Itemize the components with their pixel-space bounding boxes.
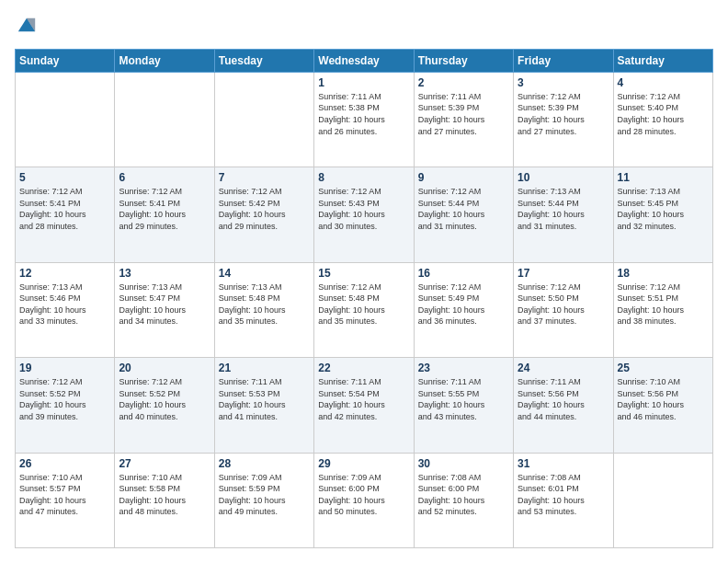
day-number: 22 [318, 362, 409, 374]
calendar: SundayMondayTuesdayWednesdayThursdayFrid… [15, 49, 713, 548]
day-number: 13 [119, 267, 210, 280]
day-number: 5 [19, 171, 110, 184]
calendar-cell: 17Sunrise: 7:12 AM Sunset: 5:50 PM Dayli… [514, 262, 613, 357]
day-number: 30 [418, 457, 509, 470]
day-info: Sunrise: 7:10 AM Sunset: 5:58 PM Dayligh… [119, 472, 210, 518]
calendar-week-row: 12Sunrise: 7:13 AM Sunset: 5:46 PM Dayli… [16, 262, 713, 357]
calendar-cell: 22Sunrise: 7:11 AM Sunset: 5:54 PM Dayli… [314, 358, 414, 453]
day-info: Sunrise: 7:12 AM Sunset: 5:52 PM Dayligh… [119, 376, 210, 422]
calendar-cell: 12Sunrise: 7:13 AM Sunset: 5:46 PM Dayli… [16, 262, 115, 357]
calendar-cell: 13Sunrise: 7:13 AM Sunset: 5:47 PM Dayli… [115, 262, 214, 357]
day-number: 31 [518, 457, 609, 470]
calendar-cell: 19Sunrise: 7:12 AM Sunset: 5:52 PM Dayli… [16, 358, 115, 453]
day-info: Sunrise: 7:11 AM Sunset: 5:56 PM Dayligh… [518, 376, 609, 422]
day-info: Sunrise: 7:11 AM Sunset: 5:55 PM Dayligh… [418, 376, 509, 422]
day-number: 18 [618, 267, 709, 280]
calendar-header-friday: Friday [514, 49, 613, 72]
day-number: 14 [219, 267, 310, 280]
calendar-week-row: 1Sunrise: 7:11 AM Sunset: 5:38 PM Daylig… [16, 72, 713, 167]
day-number: 3 [518, 76, 609, 89]
day-info: Sunrise: 7:13 AM Sunset: 5:47 PM Dayligh… [119, 282, 210, 327]
day-info: Sunrise: 7:09 AM Sunset: 5:59 PM Dayligh… [219, 472, 310, 518]
calendar-cell: 2Sunrise: 7:11 AM Sunset: 5:39 PM Daylig… [414, 72, 513, 167]
calendar-header-sunday: Sunday [16, 49, 115, 72]
day-number: 28 [219, 457, 310, 470]
day-info: Sunrise: 7:12 AM Sunset: 5:44 PM Dayligh… [418, 186, 509, 232]
calendar-cell [16, 72, 115, 167]
calendar-cell: 6Sunrise: 7:12 AM Sunset: 5:41 PM Daylig… [115, 167, 214, 262]
day-info: Sunrise: 7:13 AM Sunset: 5:44 PM Dayligh… [518, 186, 609, 232]
logo [15, 15, 37, 40]
calendar-cell: 11Sunrise: 7:13 AM Sunset: 5:45 PM Dayli… [613, 167, 712, 262]
calendar-week-row: 26Sunrise: 7:10 AM Sunset: 5:57 PM Dayli… [16, 453, 713, 547]
day-number: 19 [19, 362, 110, 374]
calendar-cell [214, 72, 313, 167]
day-number: 4 [618, 76, 709, 89]
day-number: 21 [219, 362, 310, 374]
day-info: Sunrise: 7:12 AM Sunset: 5:39 PM Dayligh… [518, 91, 609, 137]
day-number: 11 [618, 171, 709, 184]
day-number: 6 [119, 171, 210, 184]
day-info: Sunrise: 7:11 AM Sunset: 5:53 PM Dayligh… [219, 376, 310, 422]
calendar-cell: 28Sunrise: 7:09 AM Sunset: 5:59 PM Dayli… [214, 453, 313, 547]
calendar-cell: 26Sunrise: 7:10 AM Sunset: 5:57 PM Dayli… [16, 453, 115, 547]
day-number: 12 [19, 267, 110, 280]
day-info: Sunrise: 7:12 AM Sunset: 5:43 PM Dayligh… [318, 186, 409, 232]
calendar-header-tuesday: Tuesday [214, 49, 313, 72]
day-number: 1 [318, 76, 409, 89]
calendar-week-row: 5Sunrise: 7:12 AM Sunset: 5:41 PM Daylig… [16, 167, 713, 262]
calendar-cell: 30Sunrise: 7:08 AM Sunset: 6:00 PM Dayli… [414, 453, 513, 547]
day-number: 9 [418, 171, 509, 184]
day-info: Sunrise: 7:10 AM Sunset: 5:56 PM Dayligh… [618, 376, 709, 422]
calendar-header-monday: Monday [115, 49, 214, 72]
day-number: 10 [518, 171, 609, 184]
day-info: Sunrise: 7:12 AM Sunset: 5:52 PM Dayligh… [19, 376, 110, 422]
calendar-cell: 27Sunrise: 7:10 AM Sunset: 5:58 PM Dayli… [115, 453, 214, 547]
day-info: Sunrise: 7:09 AM Sunset: 6:00 PM Dayligh… [318, 472, 409, 518]
calendar-cell: 24Sunrise: 7:11 AM Sunset: 5:56 PM Dayli… [514, 358, 613, 453]
calendar-cell: 20Sunrise: 7:12 AM Sunset: 5:52 PM Dayli… [115, 358, 214, 453]
day-number: 8 [318, 171, 409, 184]
logo-icon [17, 15, 37, 35]
day-number: 16 [418, 267, 509, 280]
day-number: 20 [119, 362, 210, 374]
day-number: 27 [119, 457, 210, 470]
calendar-cell: 4Sunrise: 7:12 AM Sunset: 5:40 PM Daylig… [613, 72, 712, 167]
day-number: 23 [418, 362, 509, 374]
day-info: Sunrise: 7:12 AM Sunset: 5:49 PM Dayligh… [418, 282, 509, 327]
calendar-cell: 9Sunrise: 7:12 AM Sunset: 5:44 PM Daylig… [414, 167, 513, 262]
day-info: Sunrise: 7:08 AM Sunset: 6:00 PM Dayligh… [418, 472, 509, 518]
calendar-cell [115, 72, 214, 167]
day-info: Sunrise: 7:12 AM Sunset: 5:42 PM Dayligh… [219, 186, 310, 232]
calendar-cell: 15Sunrise: 7:12 AM Sunset: 5:48 PM Dayli… [314, 262, 414, 357]
day-info: Sunrise: 7:12 AM Sunset: 5:51 PM Dayligh… [618, 282, 709, 327]
calendar-cell: 5Sunrise: 7:12 AM Sunset: 5:41 PM Daylig… [16, 167, 115, 262]
calendar-cell: 1Sunrise: 7:11 AM Sunset: 5:38 PM Daylig… [314, 72, 414, 167]
day-number: 7 [219, 171, 310, 184]
header [15, 15, 713, 40]
day-number: 17 [518, 267, 609, 280]
calendar-cell: 16Sunrise: 7:12 AM Sunset: 5:49 PM Dayli… [414, 262, 513, 357]
day-info: Sunrise: 7:12 AM Sunset: 5:40 PM Dayligh… [618, 91, 709, 137]
day-info: Sunrise: 7:12 AM Sunset: 5:48 PM Dayligh… [318, 282, 409, 327]
calendar-header-saturday: Saturday [613, 49, 712, 72]
day-info: Sunrise: 7:08 AM Sunset: 6:01 PM Dayligh… [518, 472, 609, 518]
calendar-cell: 21Sunrise: 7:11 AM Sunset: 5:53 PM Dayli… [214, 358, 313, 453]
calendar-cell: 18Sunrise: 7:12 AM Sunset: 5:51 PM Dayli… [613, 262, 712, 357]
calendar-cell: 29Sunrise: 7:09 AM Sunset: 6:00 PM Dayli… [314, 453, 414, 547]
day-info: Sunrise: 7:12 AM Sunset: 5:50 PM Dayligh… [518, 282, 609, 327]
day-number: 24 [518, 362, 609, 374]
calendar-cell: 25Sunrise: 7:10 AM Sunset: 5:56 PM Dayli… [613, 358, 712, 453]
day-info: Sunrise: 7:12 AM Sunset: 5:41 PM Dayligh… [119, 186, 210, 232]
calendar-cell: 14Sunrise: 7:13 AM Sunset: 5:48 PM Dayli… [214, 262, 313, 357]
calendar-cell: 10Sunrise: 7:13 AM Sunset: 5:44 PM Dayli… [514, 167, 613, 262]
day-info: Sunrise: 7:13 AM Sunset: 5:48 PM Dayligh… [219, 282, 310, 327]
day-info: Sunrise: 7:11 AM Sunset: 5:54 PM Dayligh… [318, 376, 409, 422]
page: SundayMondayTuesdayWednesdayThursdayFrid… [0, 0, 728, 563]
day-number: 25 [618, 362, 709, 374]
calendar-cell: 31Sunrise: 7:08 AM Sunset: 6:01 PM Dayli… [514, 453, 613, 547]
calendar-cell: 3Sunrise: 7:12 AM Sunset: 5:39 PM Daylig… [514, 72, 613, 167]
day-info: Sunrise: 7:11 AM Sunset: 5:39 PM Dayligh… [418, 91, 509, 137]
calendar-header-row: SundayMondayTuesdayWednesdayThursdayFrid… [16, 49, 713, 72]
day-info: Sunrise: 7:11 AM Sunset: 5:38 PM Dayligh… [318, 91, 409, 137]
